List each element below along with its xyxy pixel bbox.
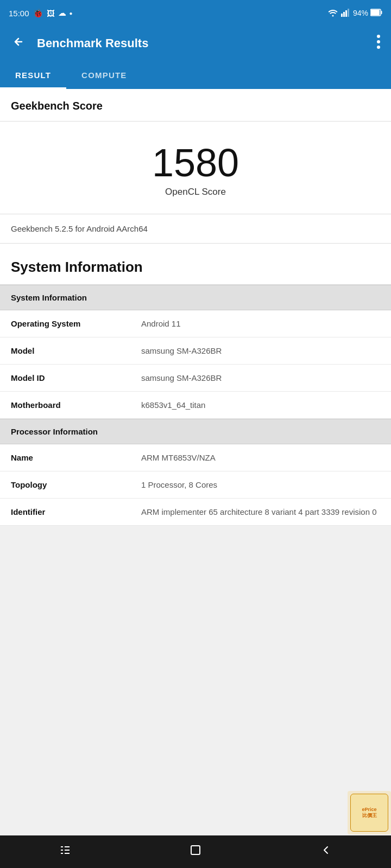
row-value: ARM implementer 65 architecture 8 varian… [141, 507, 380, 516]
nav-bar [0, 835, 391, 868]
row-value: samsung SM-A326BR [141, 373, 380, 382]
svg-point-9 [377, 46, 380, 49]
table-row: Name ARM MT6853V/NZA [0, 444, 391, 471]
photo-icon: 🖼 [47, 9, 55, 18]
score-label: OpenCL Score [165, 187, 226, 197]
geekbench-title: Geekbench Score [11, 100, 103, 112]
clock: 15:00 [9, 9, 29, 18]
svg-rect-16 [191, 846, 200, 854]
content-area: Geekbench Score 1580 OpenCL Score Geekbe… [0, 89, 391, 558]
wifi-icon [327, 8, 339, 18]
table-row: Topology 1 Processor, 8 Cores [0, 471, 391, 499]
tab-compute[interactable]: COMPUTE [66, 61, 142, 89]
row-label: Model [11, 346, 141, 355]
svg-point-8 [377, 40, 380, 43]
tab-result[interactable]: RESULT [0, 61, 66, 89]
row-label: Operating System [11, 319, 141, 328]
signal-icon [341, 8, 351, 18]
row-value: ARM MT6853V/NZA [141, 453, 380, 462]
svg-rect-0 [341, 14, 343, 17]
processor-info-section-header: Processor Information [0, 419, 391, 444]
svg-rect-1 [343, 12, 345, 17]
svg-rect-3 [348, 9, 349, 17]
nav-back-button[interactable] [306, 839, 345, 864]
row-value: samsung SM-A326BR [141, 346, 380, 355]
table-row: Model samsung SM-A326BR [0, 337, 391, 365]
row-value: 1 Processor, 8 Cores [141, 480, 380, 489]
cloud-icon: ☁ [58, 8, 66, 18]
table-row: Operating System Android 11 [0, 310, 391, 337]
svg-point-7 [377, 35, 380, 38]
row-label: Identifier [11, 507, 141, 516]
svg-rect-2 [345, 10, 347, 17]
notification-dot: ● [70, 10, 73, 16]
status-bar: 15:00 🐞 🖼 ☁ ● 94% [0, 0, 391, 26]
sys-info-header: System Information [0, 244, 391, 285]
battery-percent: 94% [353, 9, 368, 17]
row-label: Motherboard [11, 400, 141, 410]
tabs: RESULT COMPUTE [0, 61, 391, 89]
app-bar-title: Benchmark Results [37, 36, 366, 50]
back-button[interactable] [7, 30, 30, 58]
battery-icon [370, 9, 382, 18]
row-label: Topology [11, 480, 141, 489]
watermark: ePrice比價王 [348, 791, 391, 834]
geekbench-section-header: Geekbench Score [0, 89, 391, 122]
app-bar: Benchmark Results [0, 26, 391, 61]
nav-recent-button[interactable] [46, 839, 85, 864]
row-value: Android 11 [141, 319, 380, 328]
row-value: k6853v1_64_titan [141, 400, 380, 410]
svg-rect-5 [371, 10, 380, 15]
version-info: Geekbench 5.2.5 for Android AArch64 [0, 214, 391, 244]
sys-info-title: System Information [11, 259, 380, 276]
opencl-score: 1580 [152, 143, 239, 182]
score-block: 1580 OpenCL Score [0, 122, 391, 214]
status-right: 94% [327, 8, 382, 18]
more-options-button[interactable] [373, 30, 384, 56]
row-label: Model ID [11, 373, 141, 382]
status-left: 15:00 🐞 🖼 ☁ ● [9, 8, 73, 18]
table-row: Motherboard k6853v1_64_titan [0, 392, 391, 419]
system-info-section-header: System Information [0, 285, 391, 310]
bug-icon: 🐞 [33, 8, 43, 18]
svg-rect-6 [381, 11, 382, 14]
table-row: Identifier ARM implementer 65 architectu… [0, 499, 391, 526]
table-row: Model ID samsung SM-A326BR [0, 365, 391, 392]
nav-home-button[interactable] [176, 839, 215, 864]
row-label: Name [11, 453, 141, 462]
